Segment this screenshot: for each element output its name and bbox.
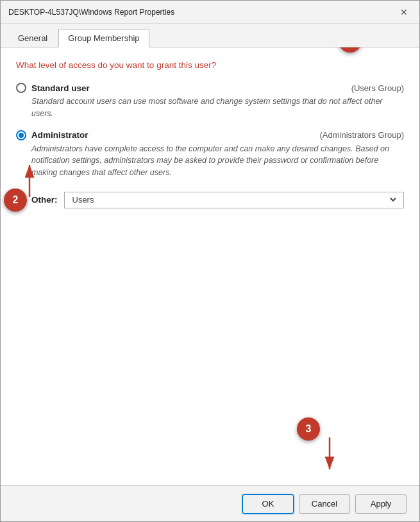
title-bar: DESKTOP-4L537JQ\Windows Report Propertie… xyxy=(1,1,419,24)
annotation-1: 1 xyxy=(339,47,362,53)
content-area: What level of access do you want to gran… xyxy=(1,47,419,485)
ok-button[interactable]: OK xyxy=(242,494,294,514)
standard-user-group: (Users Group) xyxy=(351,83,404,93)
other-label: Other: xyxy=(31,195,58,205)
apply-button[interactable]: Apply xyxy=(355,494,407,514)
tab-group-membership[interactable]: Group Membership xyxy=(58,29,149,47)
administrator-group: (Administrators Group) xyxy=(320,130,404,140)
option-group: Standard user (Users Group) Standard acc… xyxy=(16,83,404,208)
dialog-footer: OK Cancel Apply xyxy=(1,485,419,521)
close-button[interactable]: ✕ xyxy=(396,4,412,20)
administrator-header: Administrator (Administrators Group) xyxy=(16,130,404,140)
dialog-window: DESKTOP-4L537JQ\Windows Report Propertie… xyxy=(0,0,420,522)
access-question: What level of access do you want to gran… xyxy=(16,60,404,70)
administrator-option: Administrator (Administrators Group) Adm… xyxy=(16,130,404,179)
tab-bar: General Group Membership xyxy=(1,24,419,47)
other-dropdown[interactable]: Users xyxy=(64,192,405,208)
standard-user-option: Standard user (Users Group) Standard acc… xyxy=(16,83,404,120)
administrator-desc: Administrators have complete access to t… xyxy=(31,143,404,179)
annotation-3: 3 xyxy=(297,417,320,441)
cancel-button[interactable]: Cancel xyxy=(299,494,350,514)
standard-user-desc: Standard account users can use most soft… xyxy=(31,96,404,120)
standard-user-radio[interactable] xyxy=(16,83,26,93)
tab-general[interactable]: General xyxy=(8,29,57,47)
standard-user-label: Standard user xyxy=(31,83,90,93)
other-row: Other: Users xyxy=(16,192,404,208)
annotation-2: 2 xyxy=(4,189,27,212)
other-option: Other: Users xyxy=(16,189,404,208)
arrow-3 xyxy=(310,434,349,473)
standard-user-header: Standard user (Users Group) xyxy=(16,83,404,93)
other-select[interactable]: Users xyxy=(70,194,399,205)
window-title: DESKTOP-4L537JQ\Windows Report Propertie… xyxy=(8,8,174,17)
administrator-radio[interactable] xyxy=(16,130,26,140)
administrator-label: Administrator xyxy=(31,130,88,140)
arrow-1 xyxy=(355,47,407,54)
